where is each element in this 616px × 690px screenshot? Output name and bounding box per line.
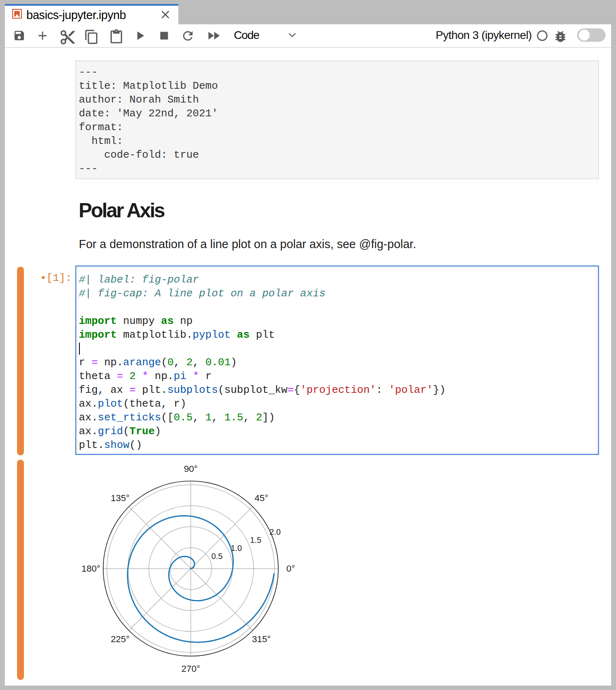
svg-text:45°: 45° [255,493,268,503]
svg-text:135°: 135° [111,493,130,503]
svg-text:1.0: 1.0 [231,544,242,553]
svg-text:315°: 315° [252,634,271,644]
svg-text:225°: 225° [111,634,130,644]
svg-text:90°: 90° [184,464,198,474]
svg-text:2.0: 2.0 [270,527,281,536]
svg-text:0°: 0° [286,564,295,574]
svg-text:1.5: 1.5 [250,536,261,544]
svg-text:0.5: 0.5 [212,552,223,561]
svg-text:180°: 180° [81,564,101,574]
svg-text:270°: 270° [181,664,200,674]
